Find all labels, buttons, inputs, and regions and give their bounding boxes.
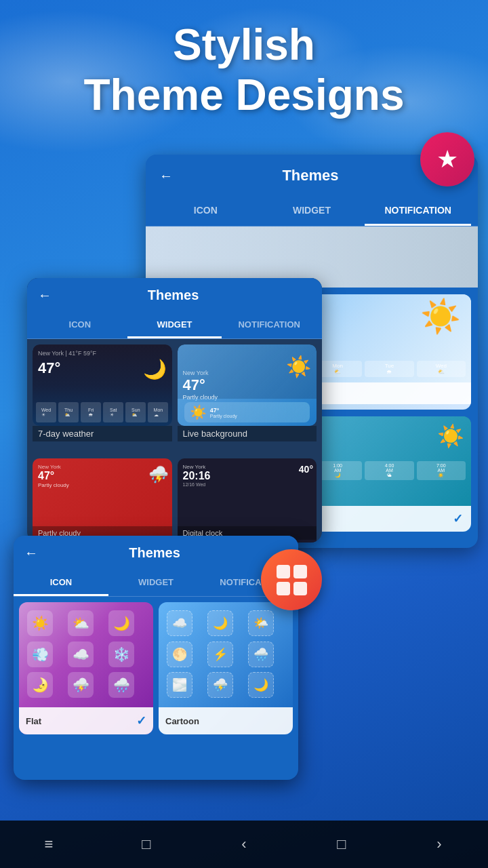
panel-themes-icon: ← Themes ICON WIDGET NOTIFICATION ☀️ ⛅ 🌙…: [14, 536, 298, 780]
sun-icon-glass: ☀️: [286, 355, 311, 378]
cartoon-icon-3: 🌤️: [248, 610, 274, 636]
badge-button[interactable]: ★: [420, 132, 474, 186]
cartoon-theme-label-row: Cartoon: [159, 707, 293, 734]
cartoon-theme-name: Cartoon: [165, 716, 199, 726]
cartoon-icon-8: ⛈️: [207, 672, 233, 698]
fab-grid-icon: [273, 561, 310, 599]
widget-dark-bg: New York | 41°F 59°F 47° 🌙 Wed☀ Thu⛅ Fri…: [33, 344, 172, 426]
flat-icons-grid: ☀️ ⛅ 🌙 💨 ☁️ ❄️ 🌛 ⛈️ 🌧️: [19, 602, 153, 707]
panel-front-title: Themes: [38, 545, 271, 561]
back-arrow-front-icon[interactable]: ←: [24, 545, 38, 561]
panel-mid-content: New York | 41°F 59°F 47° 🌙 Wed☀ Thu⛅ Fri…: [27, 339, 322, 542]
panel-mid-header: ← Themes: [27, 278, 322, 313]
tab-notification-mid[interactable]: NOTIFICATION: [222, 313, 317, 338]
tab-icon-front[interactable]: ICON: [14, 570, 108, 596]
flat-icon-3: 🌙: [108, 610, 134, 636]
widget2-label: Live background: [178, 426, 317, 441]
cartoon-icon-9: 🌙: [248, 672, 274, 698]
bottom-nav: ≡ □ ‹ □ ›: [0, 821, 488, 868]
star-icon: ★: [436, 145, 458, 174]
cartoon-icon-7: 🌫️: [167, 672, 192, 698]
flat-icon-2: ⛅: [68, 610, 94, 636]
panel-front-content: ☀️ ⛅ 🌙 💨 ☁️ ❄️ 🌛 ⛈️ 🌧️ Flat ✓ ☁️ 🌙 🌤️ �: [14, 597, 298, 740]
panel-back-tabs: ICON WIDGET NOTIFICATION: [146, 197, 478, 226]
mini-widget-7day[interactable]: New York | 41°F 59°F 47° 🌙 Wed☀ Thu⛅ Fri…: [33, 344, 172, 453]
mini-widget-row2-2[interactable]: New York 20:16 12/16 Wed 40° Digital clo…: [178, 458, 317, 542]
tab-notification-back[interactable]: NOTIFICATION: [365, 197, 471, 226]
flat-icon-1: ☀️: [27, 610, 53, 636]
mini-widget-row2-1[interactable]: New York 47° Partly cloudy ⛈️ Partly clo…: [33, 458, 172, 542]
cartoon-icon-1: ☁️: [167, 610, 192, 636]
panel-back-title: Themes: [173, 167, 448, 184]
tab-widget-mid[interactable]: WIDGET: [127, 313, 222, 338]
fab-dot-1: [277, 565, 290, 578]
cartoon-icons-grid: ☁️ 🌙 🌤️ 🌕 ⚡ 🌧️ 🌫️ ⛈️ 🌙: [159, 602, 293, 707]
cartoon-icon-6: 🌧️: [248, 642, 274, 667]
flat-icon-5: ☁️: [68, 642, 94, 667]
tab-icon-mid[interactable]: ICON: [33, 313, 127, 338]
main-title: Stylish Theme Designs: [0, 20, 488, 120]
flat-icon-7: 🌛: [27, 672, 53, 698]
cartoon-icon-5: ⚡: [207, 642, 233, 667]
widget2-temp: 47°: [183, 376, 312, 394]
fab-dot-4: [293, 582, 307, 595]
flat-icon-6: ❄️: [108, 642, 134, 667]
flat-checkmark-icon: ✓: [136, 713, 146, 728]
checkmark-icon: ✓: [453, 511, 463, 526]
panel-front-header: ← Themes: [14, 536, 298, 570]
sun-clouds-icon: ☀️: [420, 298, 461, 336]
moon-icon: 🌙: [143, 358, 167, 380]
widget1-label: 7-day weather: [33, 426, 172, 441]
flat-theme-label-row: Flat ✓: [19, 707, 153, 734]
back-arrow-mid-icon[interactable]: ←: [38, 288, 52, 303]
flat-theme-card[interactable]: ☀️ ⛅ 🌙 💨 ☁️ ❄️ 🌛 ⛈️ 🌧️ Flat ✓: [19, 602, 153, 734]
tab-icon-back[interactable]: ICON: [152, 197, 259, 226]
nav-menu[interactable]: ≡: [28, 831, 69, 858]
cartoon-theme-card[interactable]: ☁️ 🌙 🌤️ 🌕 ⚡ 🌧️ 🌫️ ⛈️ 🌙 Cartoon: [159, 602, 293, 734]
cartoon-icon-4: 🌕: [167, 642, 192, 667]
back-arrow-icon[interactable]: ←: [159, 168, 173, 184]
fab-dot-3: [277, 582, 290, 595]
fab-button[interactable]: [261, 549, 322, 610]
tab-widget-back[interactable]: WIDGET: [259, 197, 365, 226]
panel-front-tabs: ICON WIDGET NOTIFICATION: [14, 570, 298, 597]
panel-themes-widget: ← Themes ICON WIDGET NOTIFICATION New Yo…: [27, 278, 322, 542]
tab-widget-front[interactable]: WIDGET: [108, 570, 203, 596]
flat-icon-9: 🌧️: [108, 672, 134, 698]
widget1-location: New York | 41°F 59°F: [38, 350, 167, 357]
cartoon-icon-2: 🌙: [207, 610, 233, 636]
mini-widget-live[interactable]: New York 47° Partly cloudy ☀️ ☀️ 47° Par…: [178, 344, 317, 453]
nav-forward[interactable]: ›: [419, 831, 460, 858]
nav-back[interactable]: ‹: [224, 831, 264, 858]
flat-icon-4: 💨: [27, 642, 53, 667]
panel-mid-title: Themes: [52, 288, 295, 303]
flat-theme-name: Flat: [26, 716, 41, 726]
flat-icon-8: ⛈️: [68, 672, 94, 698]
nav-recents[interactable]: □: [321, 831, 362, 858]
day-strip: Wed☀ Thu⛅ Fri🌧 Sat☀ Sun⛅ Mon☁: [36, 402, 169, 422]
fab-dot-2: [293, 565, 307, 578]
panel-mid-tabs: ICON WIDGET NOTIFICATION: [27, 313, 322, 339]
nav-home[interactable]: □: [126, 831, 167, 858]
